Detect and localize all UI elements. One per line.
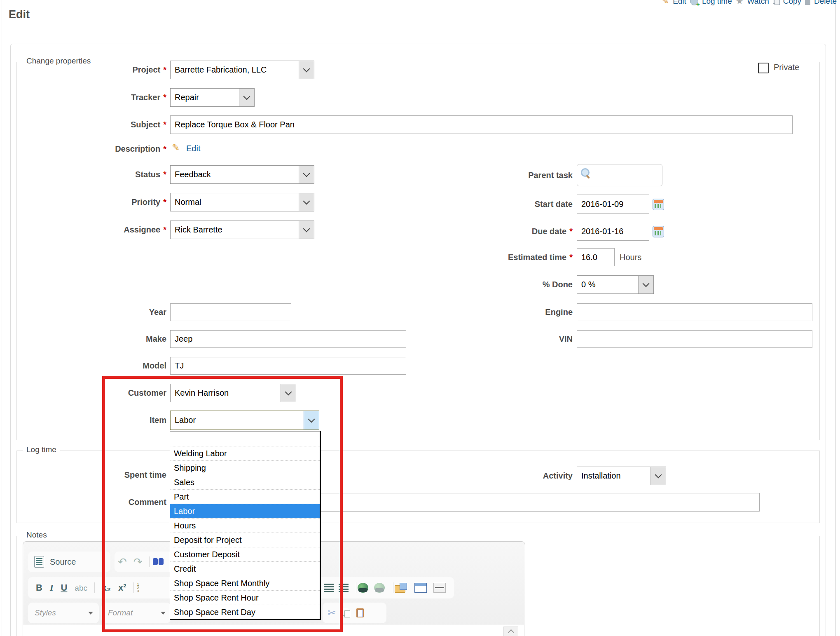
subject-input[interactable]: Replace Torque Box & Floor Pan bbox=[170, 115, 793, 134]
calendar-icon[interactable] bbox=[653, 199, 664, 210]
engine-label: Engine bbox=[406, 303, 573, 321]
chevron-up-icon bbox=[508, 629, 514, 636]
chevron-down-icon bbox=[239, 89, 254, 106]
item-dropdown-list: Welding Labor Shipping Sales Part Labor … bbox=[170, 431, 321, 620]
search-icon bbox=[581, 168, 590, 177]
vin-input[interactable] bbox=[577, 330, 812, 348]
priority-label: Priority* bbox=[0, 193, 166, 211]
dropdown-option[interactable]: Customer Deposit bbox=[170, 547, 320, 561]
year-input[interactable] bbox=[170, 303, 291, 321]
toolbar-separator bbox=[393, 582, 393, 593]
tracker-select[interactable]: Repair bbox=[170, 88, 255, 107]
watch-star-icon: ★ bbox=[736, 0, 744, 5]
unlink-icon[interactable] bbox=[374, 583, 385, 593]
toolbar-separator bbox=[94, 582, 95, 593]
link-icon[interactable] bbox=[358, 583, 368, 593]
status-select[interactable]: Feedback bbox=[170, 165, 314, 184]
model-label: Model bbox=[0, 357, 166, 375]
dropdown-option-selected[interactable]: Labor bbox=[170, 504, 320, 518]
page-title: Edit bbox=[9, 8, 30, 21]
subject-label: Subject* bbox=[0, 115, 166, 134]
copy-icon bbox=[773, 0, 779, 5]
dropdown-option[interactable]: Shop Space Rent Monthly bbox=[170, 576, 320, 590]
log-time-link[interactable]: Log time bbox=[702, 0, 732, 6]
horizontal-rule-icon[interactable] bbox=[433, 583, 446, 593]
parent-task-label: Parent task bbox=[406, 164, 573, 186]
source-toolbar-group: Source bbox=[28, 552, 110, 572]
priority-select[interactable]: Normal bbox=[170, 193, 314, 211]
status-label: Status* bbox=[0, 165, 166, 184]
dropdown-option[interactable]: Shop Space Rent Hour bbox=[170, 590, 320, 605]
description-label: Description* bbox=[0, 143, 166, 155]
year-label: Year bbox=[0, 303, 166, 321]
project-label: Project* bbox=[0, 61, 166, 79]
edit-link[interactable]: Edit bbox=[673, 0, 686, 6]
description-pencil-icon: ✎ bbox=[172, 143, 180, 153]
vin-label: VIN bbox=[406, 330, 573, 348]
insert-table-icon[interactable] bbox=[414, 583, 427, 593]
percent-done-label: % Done bbox=[406, 275, 573, 294]
due-date-label: Due date* bbox=[406, 222, 573, 241]
due-date-input[interactable]: 2016-01-16 bbox=[577, 222, 649, 241]
tracker-label: Tracker* bbox=[0, 88, 166, 107]
activity-select[interactable]: Installation bbox=[577, 467, 666, 485]
dropdown-option[interactable]: Deposit for Project bbox=[170, 533, 320, 547]
underline-button[interactable]: U bbox=[57, 583, 71, 592]
activity-label: Activity bbox=[406, 467, 573, 485]
strikethrough-button[interactable]: abc bbox=[71, 584, 91, 592]
chevron-down-icon bbox=[650, 467, 666, 485]
dropdown-option[interactable]: Shipping bbox=[170, 460, 320, 475]
dropdown-option[interactable] bbox=[170, 432, 320, 446]
contextual-actions: ✎ Edit Log time ★ Watch Copy Delete bbox=[661, 0, 837, 6]
copy-link[interactable]: Copy bbox=[783, 0, 801, 6]
model-input[interactable]: TJ bbox=[170, 357, 406, 375]
start-date-input[interactable]: 2016-01-09 bbox=[577, 195, 649, 214]
dropdown-option[interactable]: Hours bbox=[170, 518, 320, 533]
log-time-legend: Log time bbox=[23, 445, 60, 454]
estimated-time-label: Estimated time* bbox=[406, 248, 573, 266]
private-label: Private bbox=[774, 60, 799, 74]
engine-input[interactable] bbox=[577, 303, 812, 321]
chevron-down-icon bbox=[638, 276, 653, 293]
make-label: Make bbox=[0, 330, 166, 348]
source-icon bbox=[34, 556, 44, 568]
paste-clipboard-icon[interactable] bbox=[356, 608, 364, 617]
start-date-label: Start date bbox=[406, 195, 573, 214]
private-checkbox[interactable] bbox=[758, 63, 769, 73]
italic-button[interactable]: I bbox=[46, 583, 57, 592]
editor-scrollbar-up[interactable] bbox=[503, 627, 518, 636]
dropdown-option[interactable]: Shop Space Rent Day bbox=[170, 605, 320, 619]
dropdown-option[interactable]: Credit bbox=[170, 561, 320, 576]
chevron-down-icon bbox=[299, 193, 314, 211]
project-select[interactable]: Barrette Fabrication, LLC bbox=[170, 61, 314, 79]
percent-done-select[interactable]: 0 % bbox=[577, 275, 654, 294]
copy-pages-icon[interactable] bbox=[342, 609, 350, 617]
toolbar-separator bbox=[356, 582, 356, 593]
content-right-border bbox=[835, 0, 836, 636]
delete-trash-icon bbox=[805, 0, 810, 5]
log-time-clock-icon bbox=[690, 0, 698, 5]
source-button[interactable]: Source bbox=[50, 557, 76, 567]
notes-legend: Notes bbox=[23, 530, 51, 540]
estimated-time-input[interactable]: 16.0 bbox=[577, 248, 615, 266]
calendar-icon[interactable] bbox=[653, 226, 664, 237]
edit-pencil-icon: ✎ bbox=[661, 0, 669, 6]
parent-task-input[interactable] bbox=[577, 164, 662, 186]
assignee-label: Assignee* bbox=[0, 221, 166, 239]
styles-dropdown[interactable]: Styles bbox=[28, 603, 99, 623]
assignee-select[interactable]: Rick Barrette bbox=[170, 221, 314, 239]
dropdown-option[interactable]: Sales bbox=[170, 475, 320, 489]
estimated-time-units: Hours bbox=[620, 248, 641, 266]
delete-link[interactable]: Delete bbox=[814, 0, 837, 6]
dropdown-option[interactable]: Welding Labor bbox=[170, 446, 320, 460]
chevron-down-icon bbox=[88, 612, 93, 615]
chevron-down-icon bbox=[299, 221, 314, 239]
issue-edit-page: ✎ Edit Log time ★ Watch Copy Delete Edit… bbox=[0, 0, 840, 636]
description-edit-link[interactable]: Edit bbox=[186, 144, 200, 153]
chevron-down-icon bbox=[299, 61, 314, 79]
insert-image-icon[interactable] bbox=[395, 583, 407, 593]
watch-link[interactable]: Watch bbox=[747, 0, 769, 6]
bold-button[interactable]: B bbox=[32, 583, 46, 592]
dropdown-option[interactable]: Part bbox=[170, 489, 320, 504]
make-input[interactable]: Jeep bbox=[170, 330, 406, 348]
